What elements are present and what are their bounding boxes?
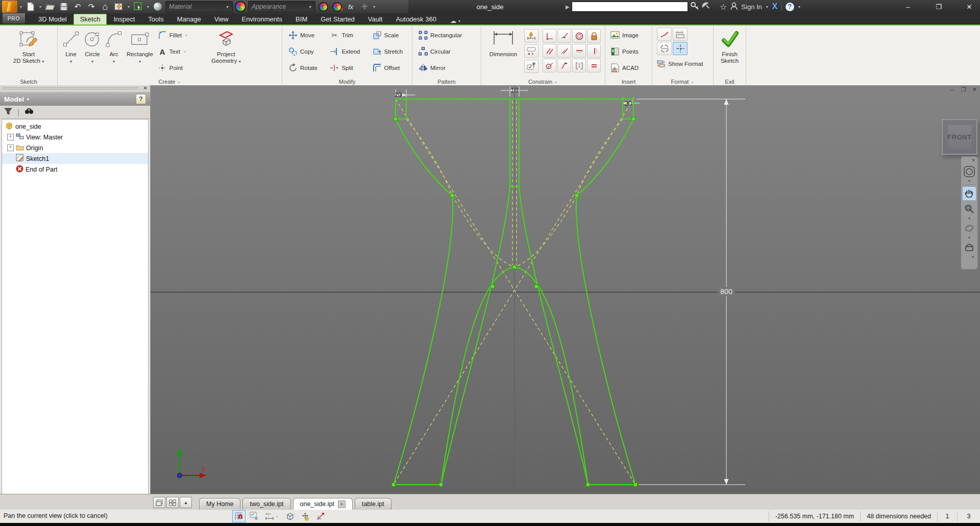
expand-icon[interactable]: + [7, 134, 14, 140]
start-sketch-dropdown-icon[interactable]: ▾ [42, 59, 44, 64]
constraint-coincident-button[interactable] [557, 29, 571, 43]
appearance-combo[interactable]: Appearance▾ [248, 1, 315, 12]
tree-item-sketch1[interactable]: Sketch1 [2, 153, 148, 164]
maximize-button[interactable]: ❐ [932, 3, 945, 11]
line-dropdown-icon[interactable]: ▾ [70, 58, 72, 65]
open-button[interactable] [44, 1, 56, 12]
navbar-overflow-icon[interactable]: ▼ [971, 255, 975, 259]
clear-appearance-button[interactable]: × [331, 1, 343, 12]
dimension-lines[interactable] [396, 86, 745, 485]
graphics-canvas[interactable]: 20 18 20 800 X — ❐ ✕ FRONT ✕ ▼ ▼ ▼ ▼ [151, 85, 980, 494]
offset-button[interactable]: Offset [373, 62, 410, 74]
panel-label-format[interactable]: Format ▾ [652, 79, 713, 85]
stretch-button[interactable]: Stretch [373, 45, 410, 58]
mirror-button[interactable]: Mirror [419, 62, 479, 74]
tab-inspect[interactable]: Inspect [107, 14, 141, 25]
copy-button[interactable]: Copy [288, 45, 326, 58]
circle-button[interactable]: Circle▾ [82, 27, 103, 65]
screenshot-circle-toggle[interactable] [657, 42, 672, 55]
show-constraints-button[interactable] [524, 44, 538, 58]
slice-graphics-toggle[interactable]: H×H [673, 28, 688, 41]
select-button[interactable] [132, 1, 144, 12]
search-expand-icon[interactable]: ▶ [566, 4, 570, 10]
constraint-collinear-button[interactable] [557, 44, 571, 58]
parameters-fx-button[interactable]: fx [345, 1, 357, 12]
insert-points-button[interactable]: Points [610, 45, 650, 58]
doc-close-icon[interactable]: ✕ [972, 86, 977, 93]
doc-restore-icon[interactable]: ❐ [961, 86, 966, 93]
help-icon[interactable]: ? [786, 3, 794, 11]
doc-tab-one-side[interactable]: one_side.ipt✕ [293, 498, 353, 510]
select-dropdown-icon[interactable]: ▾ [146, 5, 150, 9]
fillet-dropdown-icon[interactable]: ▾ [184, 33, 188, 38]
color-wheel-icon[interactable] [234, 1, 247, 12]
constraint-tangent-button[interactable] [543, 59, 556, 73]
cascade-windows-button[interactable] [153, 497, 165, 508]
circle-dropdown-icon[interactable]: ▾ [91, 58, 93, 65]
logo-dropdown-icon[interactable]: ▾ [19, 5, 23, 9]
adjust-appearance-button[interactable] [317, 1, 329, 12]
new-file-button[interactable] [24, 1, 37, 12]
tab-3d-model[interactable]: 3D Model [32, 14, 74, 25]
browser-title-bar[interactable]: Model▾ ? [0, 92, 150, 106]
text-button[interactable]: AText▾ [158, 45, 205, 58]
constraint-symmetric-button[interactable] [572, 59, 586, 73]
dynamic-input-button[interactable] [314, 510, 327, 522]
dimension-display-button[interactable]: +/−▾ [263, 510, 281, 522]
circular-pattern-button[interactable]: Circular [419, 45, 479, 58]
navigation-wheel-button[interactable] [962, 164, 976, 179]
search-input[interactable] [572, 2, 688, 12]
sign-in-label[interactable]: Sign In [741, 3, 762, 11]
constraint-concentric-button[interactable] [572, 29, 586, 43]
browser-help-icon[interactable]: ? [136, 94, 146, 104]
trim-button[interactable]: ✂Trim [330, 29, 368, 41]
doc-tab-table[interactable]: table.ipt [355, 498, 391, 510]
orbit-dropdown-icon[interactable]: ▼ [968, 236, 971, 240]
help-dropdown-icon[interactable]: ▾ [797, 5, 801, 9]
move-button[interactable]: Move [288, 29, 326, 41]
material-ball-icon[interactable] [152, 1, 164, 12]
tab-get-started[interactable]: Get Started [314, 14, 361, 25]
text-dropdown-icon[interactable]: ▾ [183, 50, 187, 54]
minimize-button[interactable]: – [901, 3, 915, 11]
dim-800[interactable]: 800 [720, 288, 732, 296]
tab-tools[interactable]: Tools [141, 14, 170, 25]
start-2d-sketch-button[interactable]: Start 2D Sketch ▾ [12, 27, 45, 65]
cloud-dropdown-icon[interactable]: ▾ [457, 19, 461, 23]
home-button[interactable]: ⌂ [99, 1, 111, 12]
shadow-box-button[interactable] [283, 510, 297, 522]
dim-20-right[interactable]: 20 [625, 100, 632, 107]
tab-view[interactable]: View [208, 14, 235, 25]
zoom-button[interactable] [962, 202, 976, 216]
doc-minimize-icon[interactable]: — [949, 86, 955, 93]
qat-dropdown-icon[interactable]: ▾ [372, 5, 376, 9]
save-button[interactable] [58, 1, 70, 12]
search-key-icon[interactable] [690, 2, 699, 12]
arc-dropdown-icon[interactable]: ▾ [113, 58, 115, 65]
filter-icon[interactable] [4, 108, 12, 117]
sketch-only-toggle[interactable] [657, 28, 672, 41]
scale-button[interactable]: Scale [373, 29, 410, 41]
degrees-of-freedom-button[interactable] [299, 510, 312, 522]
close-doc-icon[interactable]: ✕ [338, 500, 346, 508]
new-dropdown-icon[interactable]: ▾ [38, 5, 42, 9]
arc-button[interactable]: Arc▾ [104, 27, 124, 65]
snap-to-grid-button[interactable] [232, 510, 246, 522]
show-format-button[interactable]: Show Format [656, 58, 703, 70]
tree-item-part[interactable]: one_side [2, 121, 148, 132]
centerline-toggle[interactable] [673, 42, 688, 55]
zoom-dropdown-icon[interactable]: ▼ [968, 217, 971, 221]
browser-close-icon[interactable]: ✕ [143, 85, 148, 91]
doc-tab-my-home[interactable]: My Home [199, 498, 240, 510]
select-precise-button[interactable] [248, 510, 261, 522]
sign-in-dropdown-icon[interactable]: ▾ [765, 5, 769, 9]
project-geometry-button[interactable]: Project Geometry ▾ [208, 27, 244, 65]
orbit-button[interactable] [962, 221, 976, 235]
find-icon[interactable] [24, 108, 34, 117]
close-button[interactable]: ✕ [963, 3, 976, 11]
favorites-star-icon[interactable]: ☆ [720, 2, 727, 12]
redo-button[interactable]: ↷ [85, 1, 97, 12]
rectangle-button[interactable]: Rectangle▾ [125, 27, 155, 65]
finish-sketch-button[interactable]: Finish Sketch [718, 27, 742, 65]
comm-center-icon[interactable] [701, 2, 710, 12]
